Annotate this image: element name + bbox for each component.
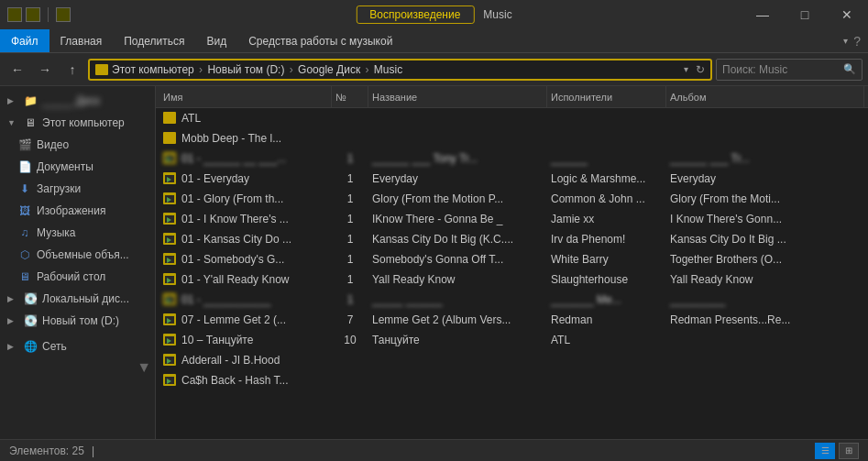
- table-row[interactable]: Mobb Deep - The l...: [156, 128, 868, 148]
- cell-num: 1: [332, 253, 368, 266]
- cell-name: 01 - ___________: [159, 292, 332, 307]
- address-refresh-icon[interactable]: ↻: [696, 63, 705, 76]
- music-file-icon: [163, 232, 178, 247]
- col-header-title[interactable]: Название: [368, 86, 547, 107]
- title-bar: Воспроизведение Music — □ ✕: [0, 0, 868, 29]
- sidebar-scroll-down[interactable]: ▼: [137, 359, 151, 376]
- network-icon: 🌐: [24, 340, 37, 353]
- sidebar-item-label-desktop: Рабочий стол: [37, 270, 105, 283]
- localdisk-icon: 💽: [24, 292, 37, 305]
- table-row[interactable]: 01 - Everyday 1 Everyday Logic & Marshme…: [156, 169, 868, 189]
- address-bar[interactable]: Этот компьютер › Новый том (D:) › Google…: [88, 59, 712, 81]
- cell-title: Kansas City Do It Big (K.C....: [368, 233, 547, 246]
- cell-title: _____ ______: [368, 293, 547, 306]
- menu-help-icon[interactable]: ?: [853, 34, 861, 49]
- sidebar-item-label-3d: Объемные объя...: [37, 248, 129, 261]
- main-area: ▶ 📁 _____ Диск ▼ 🖥 Этот компьютер 🎬 Виде…: [0, 86, 868, 439]
- sidebar-item-network[interactable]: ▶ 🌐 Сеть: [0, 335, 155, 357]
- cell-title: Glory (From the Motion P...: [368, 192, 547, 205]
- minimize-button[interactable]: —: [742, 0, 784, 29]
- cell-name: 10 – Танцуйте: [159, 333, 332, 347]
- sidebar-item-this-computer[interactable]: ▼ 🖥 Этот компьютер: [0, 112, 155, 134]
- music-file-icon: [163, 171, 178, 186]
- cell-num: 7: [332, 313, 368, 326]
- sidebar-item-new-volume[interactable]: ▶ 💽 Новый том (D:): [0, 310, 155, 332]
- folder-file-icon: [163, 131, 178, 146]
- sidebar-item-3d[interactable]: ⬡ Объемные объя...: [0, 244, 155, 266]
- documents-icon: 📄: [18, 160, 31, 173]
- close-button[interactable]: ✕: [826, 0, 868, 29]
- cell-album: Everyday: [666, 172, 864, 185]
- table-row[interactable]: ATL: [156, 108, 868, 128]
- table-row[interactable]: 01 - ______ __ ___... 1 ______ ___ Tony …: [156, 148, 868, 169]
- cell-name: 01 - Y'all Ready Know: [159, 272, 332, 287]
- menu-share[interactable]: Поделиться: [113, 29, 195, 52]
- music-file-icon: [163, 292, 178, 307]
- sidebar-item-images[interactable]: 🖼 Изображения: [0, 200, 155, 222]
- table-row[interactable]: Adderall - JI B.Hood: [156, 350, 868, 370]
- menu-view[interactable]: Вид: [195, 29, 237, 52]
- col-header-album[interactable]: Альбом: [666, 86, 864, 107]
- window-controls: — □ ✕: [742, 0, 868, 29]
- menu-arrow-icon: ▾: [843, 36, 848, 46]
- sidebar-item-video[interactable]: 🎬 Видео: [0, 134, 155, 156]
- folder-file-icon: [163, 111, 178, 126]
- view-large-icons-button[interactable]: ⊞: [839, 443, 859, 459]
- sidebar-item-google-disk[interactable]: ▶ 📁 _____ Диск: [0, 90, 155, 112]
- app-icon-3: [56, 7, 71, 22]
- music-file-icon: [163, 333, 178, 347]
- cell-title: Yall Ready Know: [368, 273, 547, 286]
- table-row[interactable]: 01 - Y'all Ready Know 1 Yall Ready Know …: [156, 269, 868, 290]
- table-row[interactable]: 01 - ___________ 1 _____ ______ _______ …: [156, 290, 868, 310]
- menu-home[interactable]: Главная: [49, 29, 114, 52]
- app-icon-2: [26, 7, 40, 22]
- address-dropdown-icon[interactable]: ▾: [684, 64, 688, 74]
- music-file-icon: [163, 373, 178, 388]
- music-file-icon: [163, 272, 178, 287]
- table-row[interactable]: 07 - Lemme Get 2 (... 7 Lemme Get 2 (Alb…: [156, 310, 868, 330]
- search-icon: 🔍: [843, 63, 856, 75]
- cell-name: 07 - Lemme Get 2 (...: [159, 313, 332, 327]
- status-bar: Элементов: 25 | ☰ ⊞: [0, 439, 868, 461]
- sidebar-item-label-images: Изображения: [37, 204, 105, 217]
- sidebar-item-documents[interactable]: 📄 Документы: [0, 156, 155, 178]
- images-icon: 🖼: [18, 204, 31, 217]
- search-bar[interactable]: Поиск: Music 🔍: [716, 59, 863, 81]
- sidebar-item-music[interactable]: ♫ Музыка: [0, 222, 155, 244]
- cell-name: ATL: [159, 111, 332, 126]
- menu-music-tools[interactable]: Средства работы с музыкой: [237, 29, 403, 52]
- col-header-artist[interactable]: Исполнители: [547, 86, 666, 107]
- sidebar-item-desktop[interactable]: 🖥 Рабочий стол: [0, 266, 155, 288]
- music-file-icon: [163, 151, 178, 166]
- cell-title: Everyday: [368, 172, 547, 185]
- table-row[interactable]: 01 - I Know There's ... 1 IKnow There - …: [156, 209, 868, 229]
- music-file-icon: [163, 212, 178, 226]
- col-header-name[interactable]: Имя: [159, 86, 332, 107]
- table-row[interactable]: 01 - Glory (From th... 1 Glory (From the…: [156, 189, 868, 209]
- cell-name: 01 - ______ __ ___...: [159, 151, 332, 166]
- menu-file[interactable]: Файл: [0, 29, 49, 52]
- sidebar-item-downloads[interactable]: ⬇ Загрузки: [0, 178, 155, 200]
- music-file-icon: [163, 313, 178, 327]
- nav-forward-button[interactable]: →: [33, 59, 57, 81]
- address-path: Этот компьютер › Новый том (D:) › Google…: [112, 63, 402, 76]
- sidebar-item-label-computer: Этот компьютер: [42, 116, 125, 129]
- table-row[interactable]: 10 – Танцуйте 10 Танцуйте ATL: [156, 330, 868, 350]
- table-row[interactable]: Ca$h Back - Hash T...: [156, 370, 868, 390]
- nav-up-button[interactable]: ↑: [60, 59, 84, 81]
- sidebar-item-label-documents: Документы: [37, 160, 93, 173]
- table-row[interactable]: 01 - Somebody's G... 1 Somebody's Gonna …: [156, 249, 868, 269]
- cell-num: 1: [332, 152, 368, 165]
- sidebar: ▶ 📁 _____ Диск ▼ 🖥 Этот компьютер 🎬 Виде…: [0, 86, 156, 439]
- cell-name: 01 - I Know There's ...: [159, 212, 332, 226]
- col-header-num[interactable]: №: [332, 86, 368, 107]
- nav-back-button[interactable]: ←: [5, 59, 29, 81]
- sidebar-item-local-disk[interactable]: ▶ 💽 Локальный дис...: [0, 288, 155, 310]
- file-list-body[interactable]: ATL Mobb Deep - The l...: [156, 108, 868, 439]
- maximize-button[interactable]: □: [784, 0, 826, 29]
- view-details-button[interactable]: ☰: [815, 443, 835, 459]
- table-row[interactable]: 01 - Kansas City Do ... 1 Kansas City Do…: [156, 229, 868, 249]
- title-separator: [48, 7, 49, 22]
- sidebar-item-label-music: Музыка: [37, 226, 75, 239]
- music-icon: ♫: [18, 226, 31, 239]
